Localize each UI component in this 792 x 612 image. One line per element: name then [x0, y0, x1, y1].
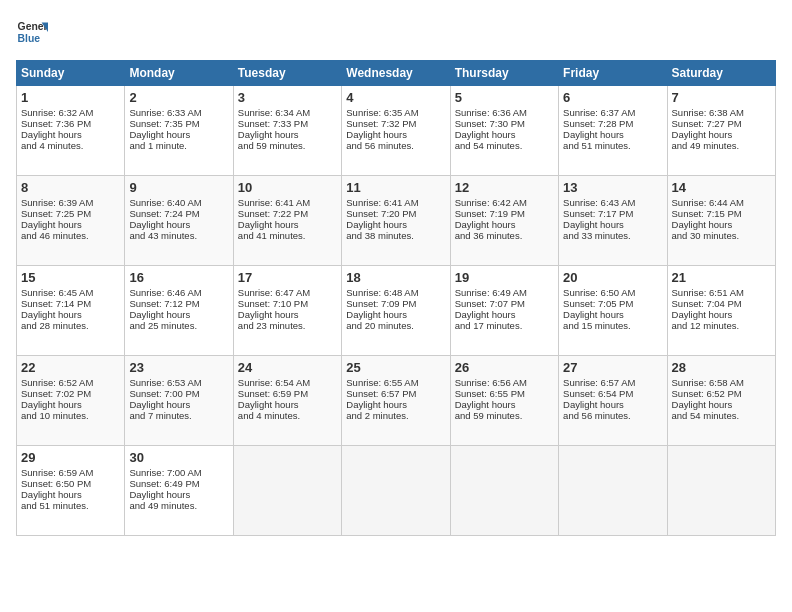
daylight-label: Daylight hours — [563, 309, 624, 320]
table-row: 19Sunrise: 6:49 AMSunset: 7:07 PMDayligh… — [450, 266, 558, 356]
day-number: 3 — [238, 90, 337, 105]
daylight-value: and 4 minutes. — [21, 140, 83, 151]
table-row: 10Sunrise: 6:41 AMSunset: 7:22 PMDayligh… — [233, 176, 341, 266]
daylight-value: and 51 minutes. — [563, 140, 631, 151]
sunset-text: Sunset: 6:50 PM — [21, 478, 91, 489]
day-number: 25 — [346, 360, 445, 375]
sunrise-text: Sunrise: 6:48 AM — [346, 287, 418, 298]
sunrise-text: Sunrise: 6:36 AM — [455, 107, 527, 118]
table-row: 13Sunrise: 6:43 AMSunset: 7:17 PMDayligh… — [559, 176, 667, 266]
sunset-text: Sunset: 7:35 PM — [129, 118, 199, 129]
daylight-label: Daylight hours — [672, 399, 733, 410]
sunrise-text: Sunrise: 6:39 AM — [21, 197, 93, 208]
sunset-text: Sunset: 7:30 PM — [455, 118, 525, 129]
sunrise-text: Sunrise: 6:47 AM — [238, 287, 310, 298]
col-tuesday: Tuesday — [233, 61, 341, 86]
sunrise-text: Sunrise: 6:43 AM — [563, 197, 635, 208]
daylight-value: and 56 minutes. — [346, 140, 414, 151]
sunset-text: Sunset: 7:20 PM — [346, 208, 416, 219]
day-number: 7 — [672, 90, 771, 105]
sunset-text: Sunset: 6:49 PM — [129, 478, 199, 489]
sunset-text: Sunset: 7:24 PM — [129, 208, 199, 219]
table-row: 2Sunrise: 6:33 AMSunset: 7:35 PMDaylight… — [125, 86, 233, 176]
sunrise-text: Sunrise: 6:51 AM — [672, 287, 744, 298]
day-number: 24 — [238, 360, 337, 375]
sunset-text: Sunset: 7:19 PM — [455, 208, 525, 219]
sunset-text: Sunset: 7:33 PM — [238, 118, 308, 129]
table-row: 24Sunrise: 6:54 AMSunset: 6:59 PMDayligh… — [233, 356, 341, 446]
table-row: 29Sunrise: 6:59 AMSunset: 6:50 PMDayligh… — [17, 446, 125, 536]
daylight-value: and 7 minutes. — [129, 410, 191, 421]
calendar-week: 15Sunrise: 6:45 AMSunset: 7:14 PMDayligh… — [17, 266, 776, 356]
daylight-label: Daylight hours — [346, 399, 407, 410]
sunset-text: Sunset: 7:10 PM — [238, 298, 308, 309]
table-row: 17Sunrise: 6:47 AMSunset: 7:10 PMDayligh… — [233, 266, 341, 356]
day-number: 4 — [346, 90, 445, 105]
daylight-value: and 33 minutes. — [563, 230, 631, 241]
daylight-label: Daylight hours — [455, 399, 516, 410]
sunset-text: Sunset: 7:02 PM — [21, 388, 91, 399]
col-wednesday: Wednesday — [342, 61, 450, 86]
daylight-label: Daylight hours — [346, 129, 407, 140]
sunset-text: Sunset: 7:04 PM — [672, 298, 742, 309]
sunrise-text: Sunrise: 6:35 AM — [346, 107, 418, 118]
sunset-text: Sunset: 6:57 PM — [346, 388, 416, 399]
table-row: 11Sunrise: 6:41 AMSunset: 7:20 PMDayligh… — [342, 176, 450, 266]
sunset-text: Sunset: 7:36 PM — [21, 118, 91, 129]
daylight-value: and 1 minute. — [129, 140, 187, 151]
table-row: 18Sunrise: 6:48 AMSunset: 7:09 PMDayligh… — [342, 266, 450, 356]
day-number: 2 — [129, 90, 228, 105]
day-number: 20 — [563, 270, 662, 285]
table-row — [559, 446, 667, 536]
calendar-table: Sunday Monday Tuesday Wednesday Thursday… — [16, 60, 776, 536]
day-number: 5 — [455, 90, 554, 105]
daylight-label: Daylight hours — [346, 309, 407, 320]
day-number: 14 — [672, 180, 771, 195]
day-number: 26 — [455, 360, 554, 375]
sunrise-text: Sunrise: 6:41 AM — [346, 197, 418, 208]
daylight-label: Daylight hours — [455, 309, 516, 320]
calendar-week: 29Sunrise: 6:59 AMSunset: 6:50 PMDayligh… — [17, 446, 776, 536]
day-number: 16 — [129, 270, 228, 285]
table-row: 3Sunrise: 6:34 AMSunset: 7:33 PMDaylight… — [233, 86, 341, 176]
sunset-text: Sunset: 7:09 PM — [346, 298, 416, 309]
daylight-label: Daylight hours — [21, 489, 82, 500]
day-number: 12 — [455, 180, 554, 195]
daylight-value: and 54 minutes. — [672, 410, 740, 421]
sunset-text: Sunset: 7:22 PM — [238, 208, 308, 219]
sunrise-text: Sunrise: 6:38 AM — [672, 107, 744, 118]
sunrise-text: Sunrise: 6:33 AM — [129, 107, 201, 118]
table-row: 21Sunrise: 6:51 AMSunset: 7:04 PMDayligh… — [667, 266, 775, 356]
daylight-label: Daylight hours — [238, 129, 299, 140]
daylight-value: and 49 minutes. — [672, 140, 740, 151]
sunrise-text: Sunrise: 6:55 AM — [346, 377, 418, 388]
sunrise-text: Sunrise: 6:40 AM — [129, 197, 201, 208]
page-header: General Blue — [16, 16, 776, 48]
logo: General Blue — [16, 16, 48, 48]
sunrise-text: Sunrise: 6:58 AM — [672, 377, 744, 388]
daylight-label: Daylight hours — [238, 219, 299, 230]
daylight-label: Daylight hours — [238, 309, 299, 320]
daylight-value: and 23 minutes. — [238, 320, 306, 331]
sunrise-text: Sunrise: 6:53 AM — [129, 377, 201, 388]
table-row — [450, 446, 558, 536]
sunrise-text: Sunrise: 6:59 AM — [21, 467, 93, 478]
sunrise-text: Sunrise: 6:46 AM — [129, 287, 201, 298]
sunrise-text: Sunrise: 6:44 AM — [672, 197, 744, 208]
table-row: 4Sunrise: 6:35 AMSunset: 7:32 PMDaylight… — [342, 86, 450, 176]
sunset-text: Sunset: 7:25 PM — [21, 208, 91, 219]
table-row: 28Sunrise: 6:58 AMSunset: 6:52 PMDayligh… — [667, 356, 775, 446]
col-thursday: Thursday — [450, 61, 558, 86]
sunrise-text: Sunrise: 6:49 AM — [455, 287, 527, 298]
daylight-label: Daylight hours — [129, 219, 190, 230]
daylight-label: Daylight hours — [563, 399, 624, 410]
sunrise-text: Sunrise: 6:56 AM — [455, 377, 527, 388]
daylight-label: Daylight hours — [238, 399, 299, 410]
calendar-week: 1Sunrise: 6:32 AMSunset: 7:36 PMDaylight… — [17, 86, 776, 176]
table-row: 8Sunrise: 6:39 AMSunset: 7:25 PMDaylight… — [17, 176, 125, 266]
day-number: 6 — [563, 90, 662, 105]
daylight-label: Daylight hours — [21, 399, 82, 410]
day-number: 27 — [563, 360, 662, 375]
table-row: 26Sunrise: 6:56 AMSunset: 6:55 PMDayligh… — [450, 356, 558, 446]
sunset-text: Sunset: 7:15 PM — [672, 208, 742, 219]
